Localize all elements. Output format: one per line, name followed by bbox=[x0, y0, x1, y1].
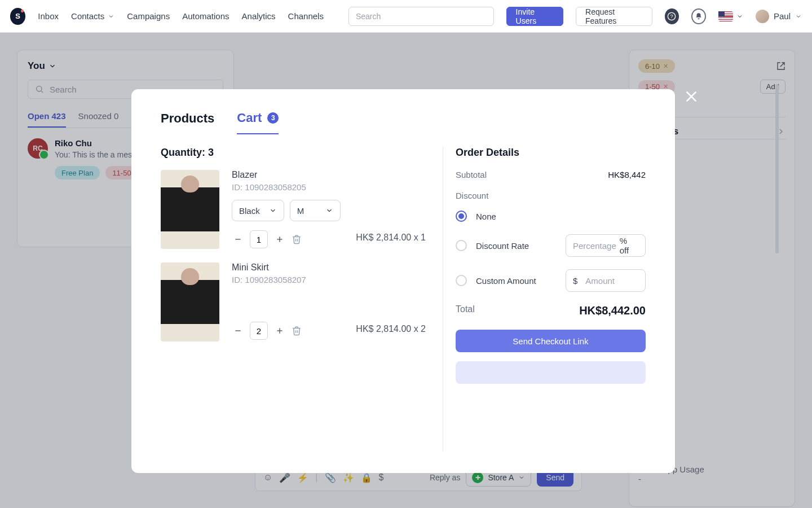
topbar: S Inbox Contacts Campaigns Automations A… bbox=[0, 0, 812, 33]
chevron-down-icon bbox=[795, 13, 802, 20]
order-details-column: Order Details Subtotal HK$8,442 Discount… bbox=[443, 147, 646, 452]
chevron-down-icon bbox=[325, 207, 333, 214]
cart-item: Blazer ID: 1090283058205 Black M bbox=[161, 170, 426, 249]
product-name: Blazer bbox=[232, 170, 426, 180]
increment-button[interactable] bbox=[273, 325, 286, 337]
decrement-button[interactable] bbox=[232, 325, 244, 337]
remove-item-button[interactable] bbox=[292, 326, 302, 336]
total-value: HK$8,442.00 bbox=[579, 304, 646, 317]
flag-us-icon bbox=[718, 11, 733, 21]
modal-tabs: Products Cart 3 bbox=[161, 111, 646, 134]
chevron-down-icon bbox=[108, 13, 114, 20]
remove-item-button[interactable] bbox=[292, 234, 302, 244]
help-icon[interactable]: ? bbox=[665, 8, 679, 24]
discount-option-none[interactable]: None bbox=[456, 211, 646, 222]
line-price: HK$ 2,814.00 x 2 bbox=[356, 324, 426, 334]
tab-products[interactable]: Products bbox=[161, 111, 214, 134]
radio-icon[interactable] bbox=[456, 275, 467, 286]
request-features-button[interactable]: Request Features bbox=[576, 7, 652, 26]
decrement-button[interactable] bbox=[232, 233, 244, 246]
nav-campaigns[interactable]: Campaigns bbox=[127, 11, 170, 21]
line-price: HK$ 2,814.00 x 1 bbox=[356, 233, 426, 243]
app-logo[interactable]: S bbox=[10, 8, 25, 25]
send-checkout-link-button[interactable]: Send Checkout Link bbox=[456, 330, 646, 352]
global-search-input[interactable]: Search bbox=[348, 7, 494, 26]
product-id: ID: 1090283058205 bbox=[232, 182, 426, 192]
product-name: Mini Skirt bbox=[232, 262, 426, 273]
nav-inbox[interactable]: Inbox bbox=[38, 11, 59, 21]
discount-amount-input[interactable]: $ Amount bbox=[566, 269, 646, 292]
app-body: You Search Open 423 Snoozed 0 Clos RC Ri… bbox=[0, 33, 812, 508]
radio-icon[interactable] bbox=[456, 211, 467, 222]
svg-text:?: ? bbox=[670, 14, 673, 19]
cart-items-column: Quantity: 3 Blazer ID: 1090283058205 Bla… bbox=[161, 147, 443, 452]
avatar bbox=[756, 10, 769, 23]
order-details-title: Order Details bbox=[456, 147, 646, 159]
product-id: ID: 1090283058207 bbox=[232, 275, 426, 284]
close-modal-button[interactable] bbox=[684, 89, 699, 104]
cart-modal: Products Cart 3 Quantity: 3 Blazer ID: 1… bbox=[131, 89, 675, 473]
user-name: Paul bbox=[774, 11, 791, 21]
chevron-down-icon bbox=[269, 207, 277, 214]
cart-item: Mini Skirt ID: 1090283058207 bbox=[161, 262, 426, 341]
discount-option-rate[interactable]: Discount Rate Percentage % off bbox=[456, 234, 646, 257]
product-thumbnail[interactable] bbox=[161, 170, 219, 249]
invite-users-button[interactable]: Invite Users bbox=[506, 7, 563, 26]
quantity-input[interactable] bbox=[250, 230, 268, 248]
radio-icon[interactable] bbox=[456, 240, 467, 251]
quantity-input[interactable] bbox=[250, 322, 268, 340]
nav-channels[interactable]: Channels bbox=[288, 11, 324, 21]
chevron-down-icon bbox=[736, 13, 743, 20]
discount-label: Discount bbox=[456, 191, 646, 200]
cart-count-badge: 3 bbox=[267, 112, 279, 124]
total-label: Total bbox=[456, 304, 475, 317]
nav-contacts[interactable]: Contacts bbox=[71, 11, 114, 21]
product-thumbnail[interactable] bbox=[161, 262, 219, 341]
cart-quantity-title: Quantity: 3 bbox=[161, 147, 426, 159]
bell-icon[interactable] bbox=[691, 8, 706, 24]
user-menu[interactable]: Paul bbox=[756, 10, 802, 23]
subtotal-label: Subtotal bbox=[456, 170, 487, 179]
nav-automations[interactable]: Automations bbox=[182, 11, 229, 21]
subtotal-value: HK$8,442 bbox=[608, 170, 646, 179]
discount-percentage-input[interactable]: Percentage % off bbox=[566, 234, 646, 257]
nav-analytics[interactable]: Analytics bbox=[242, 11, 276, 21]
main-nav: Inbox Contacts Campaigns Automations Ana… bbox=[38, 11, 324, 21]
color-select[interactable]: Black bbox=[232, 200, 284, 221]
discount-option-custom[interactable]: Custom Amount $ Amount bbox=[456, 269, 646, 292]
secondary-action-button[interactable] bbox=[456, 361, 646, 384]
tab-cart[interactable]: Cart 3 bbox=[237, 111, 279, 134]
increment-button[interactable] bbox=[273, 233, 286, 246]
locale-selector[interactable] bbox=[718, 11, 743, 21]
size-select[interactable]: M bbox=[290, 200, 341, 221]
